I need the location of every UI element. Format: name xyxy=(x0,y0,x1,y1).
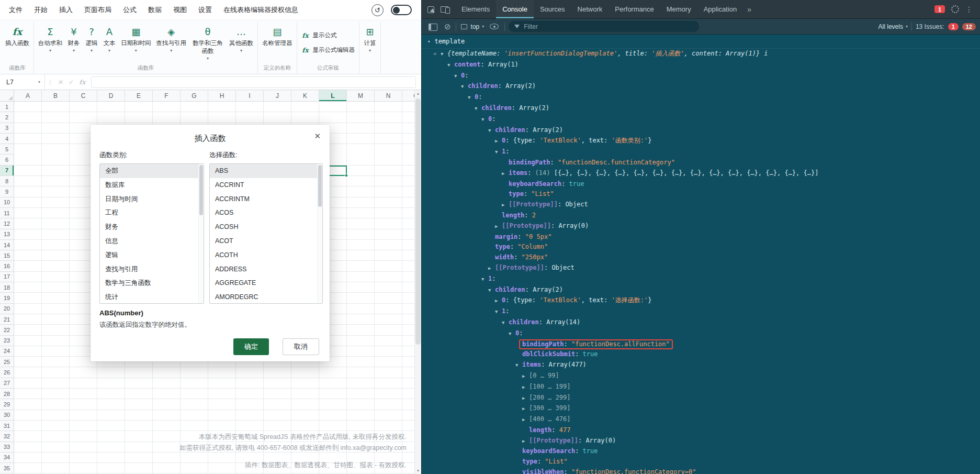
category-item[interactable]: 逻辑 xyxy=(100,248,204,262)
row-header-4[interactable]: 4 xyxy=(0,134,14,144)
theme-toggle[interactable] xyxy=(391,5,412,15)
row-header-27[interactable]: 27 xyxy=(0,378,14,389)
function-item[interactable]: ACOT xyxy=(210,234,322,248)
expand-down-icon[interactable]: ▼ xyxy=(495,307,502,317)
expand-right-icon[interactable]: ▶ xyxy=(522,393,529,404)
expand-right-icon[interactable]: ▶ xyxy=(502,200,509,211)
expand-down-icon[interactable]: ▼ xyxy=(454,71,461,82)
column-header-C[interactable]: C xyxy=(70,90,97,102)
ribbon-button[interactable]: A文本▾ xyxy=(100,23,118,54)
filter-input[interactable]: Filter xyxy=(509,21,699,32)
category-item[interactable]: 财务 xyxy=(100,220,204,234)
row-header-20[interactable]: 20 xyxy=(0,304,14,314)
expand-right-icon[interactable]: ▶ xyxy=(495,296,502,306)
column-header-L[interactable]: L xyxy=(319,90,347,102)
function-item[interactable]: ADDRESS xyxy=(210,262,322,277)
row-header-25[interactable]: 25 xyxy=(0,357,14,367)
expand-right-icon[interactable]: ▶ xyxy=(522,415,529,425)
ribbon-button[interactable]: ?逻辑▾ xyxy=(83,23,100,54)
tab-console[interactable]: Console xyxy=(496,0,534,18)
row-header-30[interactable]: 30 xyxy=(0,410,14,421)
ribbon-button[interactable]: θ数学和三角函数▾ xyxy=(189,23,227,62)
row-header-26[interactable]: 26 xyxy=(0,367,14,378)
ribbon-button[interactable]: ◈查找与引用▾ xyxy=(154,23,189,54)
ribbon-button[interactable]: ▦日期和时间▾ xyxy=(118,23,154,54)
expand-down-icon[interactable]: ▼ xyxy=(488,126,495,136)
scroll-up-icon[interactable]: ▲ xyxy=(415,90,421,97)
live-expression-eye-icon[interactable] xyxy=(490,24,499,29)
row-header-21[interactable]: 21 xyxy=(0,314,14,325)
console-group-header[interactable]: ▾ template xyxy=(422,35,980,49)
expand-down-icon[interactable]: ▼ xyxy=(475,104,481,114)
function-item[interactable]: ACOTH xyxy=(210,248,322,262)
row-header-34[interactable]: 34 xyxy=(0,453,14,463)
expand-right-icon[interactable]: ▶ xyxy=(522,404,529,414)
category-list-scrollbar[interactable] xyxy=(198,164,204,303)
formula-input[interactable] xyxy=(91,76,416,88)
row-header-32[interactable]: 32 xyxy=(0,431,14,442)
column-header-J[interactable]: J xyxy=(264,90,291,102)
column-header-O[interactable]: O xyxy=(402,90,414,102)
category-item[interactable]: 数据库 xyxy=(100,178,204,192)
column-header-F[interactable]: F xyxy=(153,90,181,102)
group-collapse-icon[interactable]: ▾ xyxy=(427,39,430,44)
ribbon-button[interactable]: fx显示公式编辑器 xyxy=(299,45,358,56)
row-header-7[interactable]: 7 xyxy=(0,166,14,176)
row-header-17[interactable]: 17 xyxy=(0,272,14,282)
ribbon-button[interactable]: …其他函数▾ xyxy=(227,23,256,54)
column-header-K[interactable]: K xyxy=(291,90,319,102)
row-header-10[interactable]: 10 xyxy=(0,197,14,208)
row-header-24[interactable]: 24 xyxy=(0,346,14,357)
ribbon-button[interactable]: fx插入函数 xyxy=(3,23,32,48)
name-box[interactable]: L7 ▾ xyxy=(2,74,45,90)
clear-console-icon[interactable]: ⊘ xyxy=(443,22,452,31)
row-header-19[interactable]: 19 xyxy=(0,293,14,303)
column-header-E[interactable]: E xyxy=(125,90,153,102)
inspect-icon[interactable] xyxy=(425,3,438,16)
expand-down-icon[interactable]: ▼ xyxy=(441,49,447,60)
column-header-H[interactable]: H xyxy=(208,90,236,102)
expand-down-icon[interactable]: ▼ xyxy=(461,82,468,92)
console-sidebar-icon[interactable] xyxy=(426,20,440,34)
tab-performance[interactable]: Performance xyxy=(609,0,660,18)
expand-down-icon[interactable]: ▼ xyxy=(447,60,454,71)
category-item[interactable]: 全部 xyxy=(100,164,204,178)
select-all-corner[interactable] xyxy=(0,90,14,102)
menu-item-6[interactable]: 数据 xyxy=(142,0,167,20)
row-header-28[interactable]: 28 xyxy=(0,389,14,399)
expand-right-icon[interactable]: ▶ xyxy=(495,136,502,147)
tab-application[interactable]: Application xyxy=(697,0,744,18)
category-scroll-thumb[interactable] xyxy=(199,165,203,215)
row-header-16[interactable]: 16 xyxy=(0,261,14,271)
function-item[interactable]: ACOS xyxy=(210,206,322,220)
row-header-8[interactable]: 8 xyxy=(0,176,14,186)
column-header-B[interactable]: B xyxy=(42,90,70,102)
column-header-A[interactable]: A xyxy=(14,90,42,102)
category-item[interactable]: 数学与三角函数 xyxy=(100,276,204,290)
row-header-3[interactable]: 3 xyxy=(0,123,14,134)
row-header-2[interactable]: 2 xyxy=(0,112,14,123)
more-tabs-icon[interactable]: » xyxy=(743,5,756,14)
row-header-23[interactable]: 23 xyxy=(0,336,14,346)
menu-item-8[interactable]: 设置 xyxy=(193,0,218,20)
row-header-5[interactable]: 5 xyxy=(0,144,14,155)
column-header-G[interactable]: G xyxy=(181,90,208,102)
expand-down-icon[interactable]: ▼ xyxy=(488,285,495,296)
scroll-down-icon[interactable]: ▼ xyxy=(415,467,421,474)
settings-gear-icon[interactable] xyxy=(951,5,959,13)
issues-error-badge[interactable]: 1 xyxy=(948,23,959,30)
column-header-M[interactable]: M xyxy=(347,90,375,102)
menu-item-4[interactable]: 页面布局 xyxy=(78,0,117,20)
row-header-11[interactable]: 11 xyxy=(0,208,14,218)
ribbon-button[interactable]: Σ自动求和▾ xyxy=(36,23,65,54)
expand-down-icon[interactable]: ▼ xyxy=(495,147,502,158)
tab-sources[interactable]: Sources xyxy=(534,0,571,18)
expand-down-icon[interactable]: ▼ xyxy=(515,360,522,371)
undo-icon[interactable]: ↺ xyxy=(371,4,384,16)
expand-down-icon[interactable]: ▼ xyxy=(468,93,475,103)
error-count-badge[interactable]: 1 xyxy=(934,5,945,13)
row-header-35[interactable]: 35 xyxy=(0,463,14,473)
ribbon-button[interactable]: fx显示公式 xyxy=(299,30,340,41)
fill-handle[interactable] xyxy=(345,174,348,177)
expand-down-icon[interactable]: ▼ xyxy=(481,115,488,125)
